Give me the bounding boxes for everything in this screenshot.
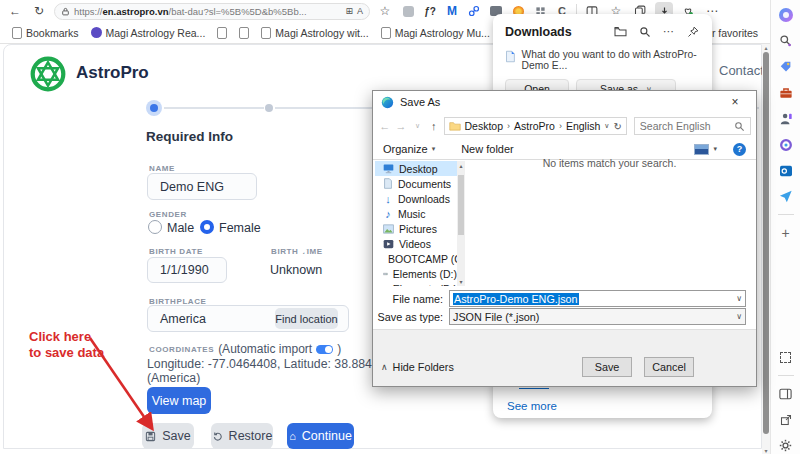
dialog-search-box[interactable] bbox=[634, 117, 751, 135]
organize-button[interactable]: Organize bbox=[383, 143, 428, 155]
help-icon[interactable]: ? bbox=[733, 143, 746, 156]
save-type-select[interactable]: JSON File (*.json) ∨ bbox=[449, 308, 746, 325]
downloads-more-icon[interactable]: ⋯ bbox=[661, 24, 676, 39]
new-folder-button[interactable]: New folder bbox=[461, 143, 514, 155]
bookmark-bookmarks[interactable]: Bookmarks bbox=[8, 25, 83, 41]
dialog-close-icon[interactable]: × bbox=[722, 93, 748, 111]
female-radio-label[interactable]: Female bbox=[219, 221, 261, 235]
nav-history-icon[interactable]: ∨ bbox=[411, 122, 424, 130]
contacts-icon[interactable] bbox=[777, 110, 794, 127]
extension-link-icon[interactable] bbox=[466, 3, 482, 19]
male-radio[interactable] bbox=[148, 220, 162, 234]
organize-dropdown-icon[interactable]: ▾ bbox=[432, 145, 436, 153]
dialog-save-button[interactable]: Save bbox=[582, 357, 632, 377]
apps-icon[interactable]: ⊞ bbox=[345, 6, 353, 16]
screenshot-icon[interactable] bbox=[777, 349, 794, 366]
hide-folders-button[interactable]: ∧ Hide Folders bbox=[381, 361, 454, 373]
auto-import-toggle[interactable] bbox=[316, 345, 333, 354]
file-name-input[interactable]: AstroPro-Demo ENG.json ∨ bbox=[449, 290, 746, 307]
page-scrollbar[interactable]: ▴ ▾ bbox=[762, 44, 770, 454]
dialog-search-input[interactable] bbox=[640, 120, 734, 132]
drive-icon bbox=[383, 270, 388, 278]
breadcrumb-refresh-icon[interactable]: ↻ bbox=[613, 121, 621, 132]
tree-item-bootcamp[interactable]: BOOTCAMP (C:) bbox=[375, 251, 457, 266]
favorite-star-icon[interactable]: ☆ bbox=[376, 2, 394, 20]
see-more-link[interactable]: See more bbox=[507, 400, 557, 412]
male-radio-label[interactable]: Male bbox=[167, 221, 194, 235]
shopping-icon[interactable] bbox=[777, 58, 794, 75]
bookmark-untitled-1[interactable] bbox=[213, 25, 231, 41]
dialog-title-bar[interactable]: Save As × bbox=[373, 91, 756, 113]
open-downloads-folder-icon[interactable] bbox=[613, 24, 628, 39]
page-icon bbox=[217, 27, 227, 39]
tree-scrollbar[interactable]: ▴ ▾ bbox=[457, 161, 465, 286]
breadcrumb[interactable]: Desktop › AstroPro › English ∨ ↻ bbox=[444, 117, 627, 135]
tools-icon[interactable] bbox=[777, 84, 794, 101]
nav-back-icon[interactable]: ← bbox=[378, 120, 391, 132]
open-external-icon[interactable] bbox=[777, 411, 794, 428]
scroll-up-icon[interactable]: ▴ bbox=[762, 44, 770, 51]
view-dropdown-icon[interactable]: ▾ bbox=[713, 145, 717, 153]
refresh-icon[interactable]: ↻ bbox=[30, 2, 48, 20]
scroll-down-icon[interactable]: ▾ bbox=[762, 447, 770, 454]
search-downloads-icon[interactable] bbox=[637, 24, 652, 39]
breadcrumb-astropro[interactable]: AstroPro bbox=[514, 120, 555, 132]
sidebar-divider-2 bbox=[778, 375, 794, 376]
sidebar-search-icon[interactable] bbox=[777, 32, 794, 49]
tree-item-desktop[interactable]: Desktop bbox=[375, 161, 457, 176]
add-sidebar-item-icon[interactable]: + bbox=[777, 224, 794, 241]
tree-item-elements-1[interactable]: Elements (D:) bbox=[375, 266, 457, 281]
continue-button[interactable]: ⌂ Continue bbox=[287, 423, 354, 449]
url-text[interactable]: https://en.astropro.vn/bat-dau?sl=%5B%5D… bbox=[74, 6, 341, 17]
file-name-dropdown-icon[interactable]: ∨ bbox=[736, 294, 742, 303]
contact-link[interactable]: Contact bbox=[719, 63, 764, 78]
drop-icon[interactable] bbox=[777, 188, 794, 205]
extension-cube-icon[interactable] bbox=[400, 3, 416, 19]
tree-item-documents[interactable]: Documents bbox=[375, 176, 457, 191]
bookmark-untitled-2[interactable] bbox=[235, 25, 253, 41]
music-icon: ♪ bbox=[383, 208, 393, 220]
save-type-dropdown-icon[interactable]: ∨ bbox=[736, 312, 742, 321]
nav-forward-icon[interactable]: → bbox=[394, 120, 407, 132]
designer-icon[interactable] bbox=[777, 136, 794, 153]
astropro-logo-icon bbox=[29, 55, 67, 93]
name-input[interactable]: Demo ENG bbox=[147, 173, 257, 200]
bookmark-magi-rea[interactable]: Magi Astrology Rea... bbox=[87, 25, 210, 41]
bookmark-magi-mu[interactable]: Magi Astrology Mu... bbox=[377, 25, 494, 41]
read-aloud-icon[interactable]: A bbox=[357, 6, 363, 16]
tree-item-pictures[interactable]: Pictures bbox=[375, 221, 457, 236]
page-scrollbar-thumb[interactable] bbox=[763, 52, 769, 434]
documents-icon bbox=[383, 178, 393, 189]
tree-item-elements-2[interactable]: Elements (D:) bbox=[375, 281, 457, 286]
breadcrumb-desktop[interactable]: Desktop bbox=[465, 120, 504, 132]
breadcrumb-english[interactable]: English bbox=[566, 120, 600, 132]
auto-import-suffix: ) bbox=[337, 342, 341, 356]
sidebar-settings-icon[interactable] bbox=[777, 437, 794, 454]
sidebar-panel-icon[interactable] bbox=[777, 385, 794, 402]
nav-up-icon[interactable]: ↑ bbox=[427, 120, 440, 132]
tree-scroll-up-icon[interactable]: ▴ bbox=[457, 162, 465, 169]
restore-button[interactable]: Restore bbox=[211, 423, 273, 449]
copilot-icon[interactable] bbox=[777, 6, 794, 23]
pin-icon[interactable] bbox=[685, 24, 700, 39]
breadcrumb-dropdown-icon[interactable]: ∨ bbox=[604, 122, 609, 130]
change-view-icon[interactable] bbox=[694, 144, 709, 155]
birth-date-input[interactable]: 1/1/1990 bbox=[147, 257, 227, 283]
back-icon[interactable]: ← bbox=[6, 2, 24, 20]
extension-fn-icon[interactable]: ƒ? bbox=[422, 3, 438, 19]
brand-title: AstroPro bbox=[76, 63, 149, 83]
download-item: What do you want to do with AstroPro-Dem… bbox=[493, 45, 712, 71]
outlook-icon[interactable] bbox=[777, 162, 794, 179]
find-location-button[interactable]: Find location bbox=[275, 308, 338, 329]
dialog-cancel-button[interactable]: Cancel bbox=[644, 357, 694, 377]
female-radio[interactable] bbox=[200, 220, 214, 234]
extension-malwarebytes-icon[interactable]: M bbox=[444, 3, 460, 19]
bookmark-magi-wit[interactable]: Magi Astrology wit... bbox=[257, 25, 372, 41]
step-2-dot bbox=[265, 104, 273, 112]
tree-scroll-down-icon[interactable]: ▾ bbox=[457, 278, 465, 285]
tree-item-videos[interactable]: Videos bbox=[375, 236, 457, 251]
address-bar[interactable]: https://en.astropro.vn/bat-dau?sl=%5B%5D… bbox=[54, 3, 370, 20]
tree-item-music[interactable]: ♪ Music bbox=[375, 206, 457, 221]
tree-item-downloads[interactable]: ↓ Downloads bbox=[375, 191, 457, 206]
tree-scrollbar-thumb[interactable] bbox=[458, 175, 464, 235]
